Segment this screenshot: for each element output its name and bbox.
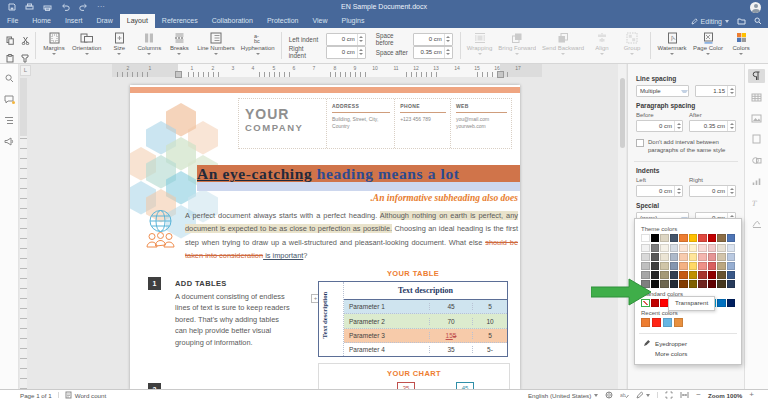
chart-container[interactable]: YOUR CHART 3545 <box>318 363 510 390</box>
color-swatch[interactable] <box>727 299 736 307</box>
tab-references[interactable]: References <box>155 14 205 28</box>
line-spacing-select[interactable]: Multiple <box>636 85 689 97</box>
line-spacing-value[interactable]: 1.15 <box>695 85 736 97</box>
open-file-location-icon[interactable] <box>737 17 746 26</box>
tab-file[interactable]: File <box>0 14 25 28</box>
color-swatch[interactable] <box>717 271 726 279</box>
space-after-field[interactable]: 0.35 cm <box>413 46 453 59</box>
table-settings-tab[interactable] <box>748 90 765 104</box>
watermark-button[interactable]: A Watermark <box>654 28 690 63</box>
color-swatch[interactable] <box>727 262 736 270</box>
feedback-icon[interactable] <box>4 137 14 146</box>
set-language-icon[interactable] <box>605 391 613 400</box>
page-indicator[interactable]: Page 1 of 1 <box>20 392 52 399</box>
table-row[interactable]: Parameter 27010 <box>344 314 507 328</box>
color-swatch[interactable] <box>641 253 650 261</box>
color-swatch[interactable] <box>679 262 688 270</box>
bring-forward-button[interactable]: Bring Forward <box>495 28 539 63</box>
color-swatch[interactable] <box>679 234 688 242</box>
send-backward-button[interactable]: Send Backward <box>539 28 587 63</box>
tab-collaboration[interactable]: Collaboration <box>205 14 260 28</box>
fit-page-icon[interactable] <box>665 391 673 400</box>
tab-insert[interactable]: Insert <box>58 14 90 28</box>
color-swatch[interactable] <box>689 253 698 261</box>
user-avatar[interactable] <box>750 2 761 13</box>
color-swatch[interactable] <box>641 234 650 242</box>
indent-right-field[interactable]: 0 cm <box>689 185 736 197</box>
columns-button[interactable]: Columns <box>134 28 164 63</box>
paragraph-settings-tab[interactable] <box>748 69 765 83</box>
color-swatch[interactable] <box>689 280 698 288</box>
color-swatch[interactable] <box>679 280 688 288</box>
zoom-out-button[interactable]: − <box>696 391 701 399</box>
table-row[interactable]: Parameter 31555 <box>344 329 507 343</box>
image-settings-tab[interactable] <box>748 111 765 125</box>
search-icon[interactable] <box>754 17 762 26</box>
group-button[interactable]: Group <box>617 28 647 63</box>
color-swatch[interactable] <box>708 280 717 288</box>
document-page[interactable]: YOUR COMPANY ADDRESS Building, Street, C… <box>130 85 520 390</box>
chart-settings-tab[interactable] <box>748 174 765 188</box>
color-swatch[interactable] <box>670 271 679 279</box>
indent-marker-right[interactable] <box>497 71 504 78</box>
comments-icon[interactable] <box>4 95 14 104</box>
color-swatch[interactable] <box>708 234 717 242</box>
color-swatch[interactable] <box>708 271 717 279</box>
same-style-checkbox[interactable]: Don't add interval between paragraphs of… <box>636 138 736 154</box>
find-icon[interactable] <box>5 74 14 83</box>
quick-print-icon[interactable] <box>43 3 52 11</box>
color-swatch[interactable] <box>679 244 688 252</box>
color-swatch[interactable] <box>717 299 726 307</box>
color-swatch[interactable] <box>717 262 726 270</box>
color-swatch[interactable] <box>717 234 726 242</box>
color-swatch[interactable] <box>698 253 707 261</box>
left-indent-field[interactable]: 0 cm <box>326 33 366 46</box>
color-swatch[interactable] <box>727 271 736 279</box>
shape-settings-tab[interactable] <box>748 153 765 167</box>
print-icon[interactable] <box>25 3 34 11</box>
tab-view[interactable]: View <box>305 14 334 28</box>
color-swatch[interactable] <box>670 253 679 261</box>
zoom-level[interactable]: Zoom 100% <box>708 392 742 399</box>
document-scrollbar[interactable] <box>618 64 626 390</box>
cut-icon[interactable] <box>21 31 30 49</box>
color-swatch[interactable] <box>708 244 717 252</box>
redo-icon[interactable] <box>79 3 88 11</box>
signature-settings-tab[interactable] <box>748 216 765 230</box>
navigation-icon[interactable] <box>4 116 14 125</box>
breaks-button[interactable]: Breaks <box>164 28 194 63</box>
color-swatch[interactable] <box>689 271 698 279</box>
color-swatch[interactable] <box>698 271 707 279</box>
color-swatch[interactable] <box>698 234 707 242</box>
color-swatch[interactable] <box>660 234 669 242</box>
tab-plugins[interactable]: Plugins <box>334 14 371 28</box>
page-color-button[interactable]: Page Color <box>690 28 726 63</box>
color-swatch[interactable] <box>689 262 698 270</box>
color-swatch[interactable] <box>679 253 688 261</box>
text-art-settings-tab[interactable]: T <box>748 195 765 209</box>
fit-width-icon[interactable] <box>680 391 689 400</box>
color-swatch[interactable] <box>651 262 660 270</box>
spacing-after-field[interactable]: 0.35 cm <box>689 120 736 132</box>
orientation-button[interactable]: Orientation <box>69 28 104 63</box>
color-swatch[interactable] <box>641 262 650 270</box>
undo-icon[interactable] <box>61 3 70 11</box>
color-swatch[interactable] <box>670 234 679 242</box>
eyedropper-button[interactable]: Eyedropper <box>641 338 735 348</box>
color-swatch[interactable] <box>727 280 736 288</box>
track-changes-icon[interactable] <box>636 391 650 399</box>
line-numbers-button[interactable]: Line Numbers <box>194 28 237 63</box>
colors-button[interactable]: Colors <box>726 28 756 63</box>
indent-left-field[interactable]: 0 cm <box>636 185 683 197</box>
color-swatch[interactable] <box>641 244 650 252</box>
hyphenation-button[interactable]: a-bc Hyphenation <box>238 28 278 63</box>
wrapping-button[interactable]: Wrapping <box>464 28 496 63</box>
color-swatch[interactable] <box>670 244 679 252</box>
tab-draw[interactable]: Draw <box>89 14 119 28</box>
color-swatch[interactable] <box>717 253 726 261</box>
color-swatch[interactable] <box>698 280 707 288</box>
save-icon[interactable] <box>8 3 16 11</box>
color-swatch[interactable] <box>717 280 726 288</box>
tab-stop-selector[interactable]: L <box>20 65 31 76</box>
color-swatch[interactable] <box>663 318 672 327</box>
